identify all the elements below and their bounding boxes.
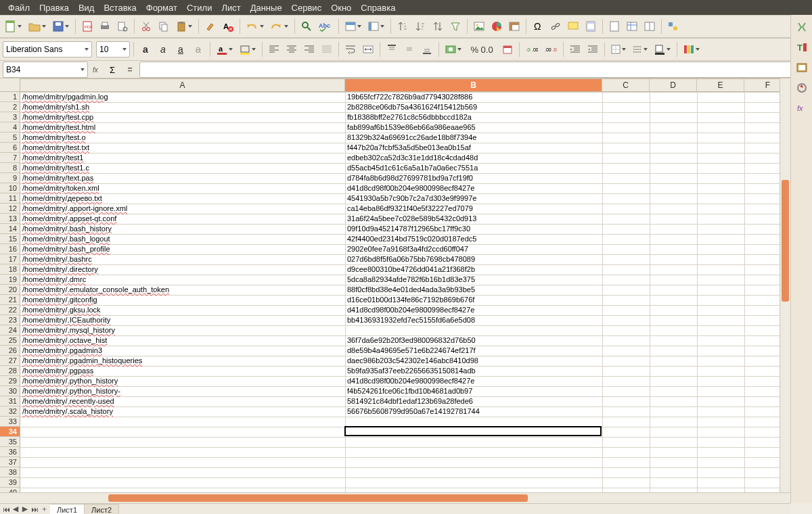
print-preview-button[interactable] — [114, 18, 131, 34]
row-header[interactable]: 14 — [0, 224, 20, 234]
cell[interactable]: /home/dmitry/.pgpass — [20, 366, 345, 376]
font-color-button[interactable]: a — [214, 41, 235, 57]
name-box[interactable] — [3, 62, 88, 78]
row-header[interactable]: 18 — [0, 264, 20, 275]
row-header[interactable]: 38 — [0, 467, 20, 477]
cut-button[interactable] — [138, 18, 154, 34]
paste-button[interactable] — [173, 18, 195, 34]
cell[interactable]: /home/dmitry/token.xml — [20, 183, 345, 193]
row-header[interactable]: 12 — [0, 204, 20, 214]
row-headers[interactable]: 1234567891011121314151617181920212223242… — [0, 92, 20, 492]
border-style-button[interactable] — [630, 41, 650, 57]
cell[interactable]: /home/dmitry/.python_history- — [20, 386, 345, 396]
freeze-button[interactable] — [624, 18, 640, 34]
cell[interactable]: f447b20a7fcbf53a5d5be013ea0b15af — [345, 143, 602, 153]
cell[interactable]: bb4136931932efd7ec5155fd6a6e5d08 — [345, 315, 602, 325]
vertical-scrollbar[interactable] — [780, 78, 790, 492]
cell[interactable]: 5b9fa935af37eeb22656635150814adb — [345, 366, 602, 376]
row-header[interactable]: 2 — [0, 102, 20, 112]
cell[interactable]: ca14eba86df9321f40e5f32227ed7079 — [345, 204, 602, 214]
clear-formatting-button[interactable]: A — [220, 18, 236, 34]
cell[interactable]: 36f7da6e92b20f3ed980096832d76b50 — [345, 335, 602, 346]
menu-файл[interactable]: Файл — [4, 1, 34, 14]
cell[interactable]: /home/dmitry/.ICEauthority — [20, 315, 345, 325]
row-header[interactable]: 32 — [0, 406, 20, 417]
conditional-formatting-button[interactable] — [681, 41, 702, 57]
cell[interactable]: /home/dmitry/.python_history — [20, 376, 345, 386]
cell[interactable]: /home/dmitry/.mysql_history — [20, 325, 345, 335]
export-pdf-button[interactable]: PDF — [79, 18, 95, 34]
cell[interactable]: d784fa8b6d98d27699781bd9a7cf19f0 — [345, 173, 602, 183]
menu-окно[interactable]: Окно — [327, 1, 355, 14]
horizontal-scrollbar-thumb[interactable] — [108, 494, 528, 502]
currency-button[interactable] — [443, 41, 464, 57]
column-header-C[interactable]: C — [602, 79, 650, 91]
cell[interactable]: 42f4400ed2314bd7519c020d0187edc5 — [345, 234, 602, 244]
cell[interactable]: /home/dmitry/дерево.txt — [20, 193, 345, 204]
cell[interactable]: edbeb302ca52d3c31e1dd18c4cdad48d — [345, 153, 602, 163]
cell[interactable]: /home/dmitry/.pgadmin3 — [20, 346, 345, 356]
row-header[interactable]: 19 — [0, 275, 20, 285]
cell[interactable]: 2b8288ce06db75a4361624f15412b569 — [345, 102, 602, 112]
cell[interactable]: 09f10d9a45214787f12965bc17ff9c30 — [345, 224, 602, 234]
align-left-button[interactable] — [266, 41, 282, 57]
row-button[interactable] — [342, 18, 364, 34]
sidebar-functions-icon[interactable]: fx — [794, 100, 810, 116]
align-center-button[interactable] — [284, 41, 300, 57]
cell[interactable]: 5dca8a82934afde782f6b16b1d83e375 — [345, 275, 602, 285]
cell[interactable]: 4541930a5b7c90b7c2a7d303e9f9997e — [345, 193, 602, 204]
row-header[interactable]: 37 — [0, 457, 20, 467]
insert-pivot-button[interactable] — [506, 18, 522, 34]
column-header-B[interactable]: B — [345, 79, 602, 91]
cell[interactable]: /home/dmitry/test1.c — [20, 163, 345, 173]
row-header[interactable]: 31 — [0, 396, 20, 406]
cell[interactable]: daec986b203c542302e146abc8410d98 — [345, 356, 602, 366]
cell-area[interactable]: /home/dmitry/pgadmin.log/home/dmitry/sh1… — [20, 92, 790, 492]
cell[interactable]: /home/dmitry/test.txt — [20, 143, 345, 153]
row-header[interactable]: 23 — [0, 315, 20, 325]
cell[interactable]: 027d6bd8f5f6a06b75bb7698cb478089 — [345, 254, 602, 264]
sheet-nav-prev-icon[interactable]: ◀ — [11, 505, 20, 513]
row-header[interactable]: 28 — [0, 366, 20, 376]
valign-middle-button[interactable] — [401, 41, 418, 57]
cell[interactable]: f4b524261fce06c1fbd10b4681ad0b97 — [345, 386, 602, 396]
cell[interactable]: 2902e0fee7a9168f3a4fd2ccd60ff047 — [345, 244, 602, 254]
split-window-button[interactable] — [641, 18, 658, 34]
cell[interactable]: /home/dmitry/test.html — [20, 122, 345, 133]
menu-стили[interactable]: Стили — [183, 1, 216, 14]
print-button[interactable] — [97, 18, 113, 34]
cell[interactable]: 56676b5608799d950a67e14192781744 — [345, 406, 602, 417]
menu-вид[interactable]: Вид — [74, 1, 99, 14]
merge-cells-button[interactable] — [360, 41, 376, 57]
define-print-area-button[interactable] — [606, 18, 623, 34]
cell[interactable]: /home/dmitry/.pgadmin_histoqueries — [20, 356, 345, 366]
decrease-indent-button[interactable] — [585, 41, 601, 57]
cell[interactable]: /home/dmitry/.bashrc — [20, 254, 345, 264]
find-replace-button[interactable] — [298, 18, 315, 34]
menu-лист[interactable]: Лист — [217, 1, 244, 14]
cell[interactable]: d41d8cd98f00b204e9800998ecf8427e — [345, 376, 602, 386]
date-format-button[interactable] — [499, 41, 516, 57]
sum-button[interactable]: Σ — [107, 63, 120, 76]
menu-справка[interactable]: Справка — [357, 1, 399, 14]
cell[interactable]: /home/dmitry/.gitconfig — [20, 295, 345, 305]
cell[interactable]: d9cee800310be4726dd041a21f368f2b — [345, 264, 602, 275]
sidebar-gallery-icon[interactable] — [794, 60, 810, 76]
row-header[interactable]: 4 — [0, 122, 20, 133]
align-right-button[interactable] — [301, 41, 317, 57]
cell[interactable]: /home/dmitry/.apport-ignore.xml — [20, 204, 345, 214]
column-header-D[interactable]: D — [650, 79, 697, 91]
spellcheck-button[interactable]: Abc — [316, 18, 335, 34]
add-decimal-button[interactable]: .0.00 — [523, 41, 541, 57]
insert-image-button[interactable] — [471, 18, 487, 34]
row-header[interactable]: 7 — [0, 153, 20, 163]
cell[interactable]: d55acb45d1c61c6a5a1b7a0a6ec7551a — [345, 163, 602, 173]
headers-footers-button[interactable] — [583, 18, 599, 34]
row-header[interactable]: 6 — [0, 143, 20, 153]
sheet-tab[interactable]: Лист1 — [50, 504, 85, 514]
cell[interactable]: 19b65fcf722c7826b9ad77943028f886 — [345, 92, 602, 102]
row-header[interactable]: 24 — [0, 325, 20, 335]
cell[interactable]: /home/dmitry/.gksu.lock — [20, 305, 345, 315]
row-header[interactable]: 22 — [0, 305, 20, 315]
sort-asc-button[interactable] — [394, 18, 411, 34]
